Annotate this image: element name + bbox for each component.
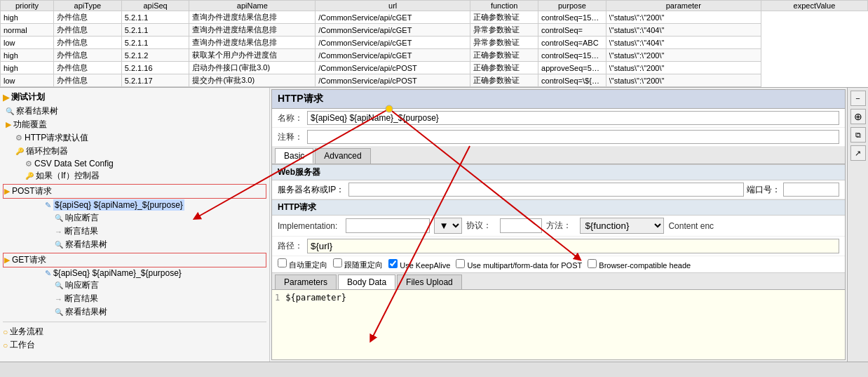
external-button[interactable]: ↗ [850,145,866,161]
tree-item[interactable]: 🔍响应断言 [3,279,266,292]
checkbox-browser-compat[interactable]: Browser-compatible heade [588,259,691,270]
http-request-panel: HTTP请求 名称： 注释： [271,89,846,360]
table-row: low办件信息5.2.1.17提交办件(审批3.0)/CommonService… [1,74,868,87]
tree-item[interactable]: →断言结果 [3,292,266,305]
name-input[interactable] [307,111,839,125]
protocol-input[interactable] [500,218,542,233]
tree-item[interactable]: 🔍响应断言 [3,211,266,225]
search-icon: 🔍 [55,308,63,316]
folder-icon: ▶ [4,187,10,196]
body-text: ${parameter} [285,293,346,357]
tree-item[interactable]: →断言结果 [3,225,266,238]
path-input[interactable] [307,239,839,253]
server-input[interactable] [348,183,744,197]
server-label: 服务器名称或IP： [278,184,344,196]
folder-icon-biz: ○ [3,327,8,337]
checkbox-redirect[interactable]: 自动重定向 [278,258,327,270]
tree-workbench[interactable]: ○ 工作台 [3,338,266,352]
body-content-area[interactable]: 1 ${parameter} [272,290,845,359]
col-header-c: apiSeq [121,1,189,11]
search-icon: 🔍 [55,214,63,222]
zoom-in-button[interactable]: ⊕ [850,109,866,124]
key-icon: 🔑 [25,172,34,180]
http-request-section-header: HTTP请求 [272,199,845,216]
table-row: normal办件信息5.2.1.1查询办件进度结果信息排/CommonServi… [1,24,868,37]
content-enc-label: Content enc [668,221,714,231]
tree-item[interactable]: 🔍察看结果树 [3,305,266,319]
tree-item[interactable]: 🔍察看结果树 [3,105,266,118]
tree-item[interactable]: ▶POST请求 [3,184,266,199]
folder-icon-work: ○ [3,340,8,350]
tree-item[interactable]: 🔑如果（If）控制器 [3,169,266,183]
key-icon: 🔑 [15,147,24,155]
test-tree-panel: ▶ 测试计划 🔍察看结果树▶功能覆盖⚙HTTP请求默认值🔑循环控制器⚙CSV D… [0,88,270,362]
copy-button[interactable]: ⧉ [850,127,866,143]
col-header-b: apiType [54,1,122,11]
tree-item[interactable]: ✎${apiSeq} ${apiName}_${purpose} [3,199,266,211]
gear-icon: ⚙ [25,159,32,168]
comment-input[interactable] [307,130,839,144]
tab-advanced[interactable]: Advanced [315,148,370,164]
col-header-e: url [316,1,470,11]
folder-icon: ▶ [6,120,11,129]
redirect-checkbox[interactable] [278,258,287,267]
search-icon: 🔍 [6,107,14,115]
name-label: 名称： [278,112,303,124]
line-number: 1 [275,293,280,357]
multipart-checkbox[interactable] [456,259,465,268]
arrow-icon: → [55,295,62,303]
collapse-button[interactable]: − [850,91,866,106]
col-header-h: parameter [606,1,761,11]
pencil-icon: ✎ [45,269,51,278]
col-header-i: expectValue [761,1,867,11]
search-icon: 🔍 [55,282,63,289]
server-row: 服务器名称或IP： 端口号： [272,180,845,199]
method-label: 方法： [546,220,571,232]
pencil-icon: ✎ [45,201,51,210]
tree-item[interactable]: ▶功能覆盖 [3,118,266,131]
col-header-a: priority [1,1,54,11]
options-row: 自动重定向 跟随重定向 Use KeepAlive Use multipart/… [272,256,845,273]
search-icon: 🔍 [55,241,63,249]
method-select[interactable]: ${function} [580,218,664,234]
col-header-d: apiName [189,1,316,11]
checkbox-multipart[interactable]: Use multipart/form-data for POST [456,259,582,270]
status-bar [0,362,868,377]
bottom-tab-bar: Parameters Body Data Files Upload [272,273,845,290]
table-row: low办件信息5.2.1.1查询办件进度结果信息排/CommonService/… [1,37,868,49]
keepalive-checkbox[interactable] [388,259,398,268]
tree-business-flow[interactable]: ○ 业务流程 [3,325,266,338]
follow-redirect-checkbox[interactable] [333,258,342,267]
table-row: high办件信息5.2.1.1查询办件进度结果信息排/CommonService… [1,11,868,24]
tree-item[interactable]: ✎${apiSeq} ${apiName}_${purpose} [3,267,266,279]
checkbox-keepalive[interactable]: Use KeepAlive [388,259,450,270]
table-row: high办件信息5.2.1.16启动办件接口(审批3.0)/CommonServ… [1,62,868,74]
checkbox-follow-redirect[interactable]: 跟随重定向 [333,258,383,270]
impl-select[interactable]: ▼ [434,218,462,234]
col-header-g: purpose [538,1,606,11]
table-row: high办件信息5.2.1.2获取某个用户办件进度信/CommonService… [1,49,868,62]
tree-item[interactable]: ⚙HTTP请求默认值 [3,131,266,145]
browser-compat-checkbox[interactable] [588,259,597,268]
col-header-f: function [470,1,538,11]
path-label: 路径： [278,240,303,252]
spreadsheet-section: priority apiType apiSeq apiName url func… [0,0,868,88]
tab-files-upload[interactable]: Files Upload [397,275,462,289]
protocol-label: 协议： [466,220,491,232]
impl-input[interactable] [346,218,430,233]
tab-parameters[interactable]: Parameters [275,275,337,289]
impl-label: Implementation: [278,221,337,231]
tree-item[interactable]: ⚙CSV Data Set Config [3,158,266,169]
tree-root[interactable]: ▶ 测试计划 [3,91,266,105]
tree-item[interactable]: 🔑循环控制器 [3,145,266,158]
tab-basic[interactable]: Basic [275,148,313,164]
port-input[interactable] [783,183,839,197]
tab-bar: Basic Advanced [272,147,845,164]
tree-item[interactable]: ▶GET请求 [3,253,266,267]
comment-label: 注释： [278,131,303,143]
folder-icon: ▶ [3,93,9,102]
tab-body-data[interactable]: Body Data [338,275,395,289]
tree-item[interactable]: 🔍察看结果树 [3,238,266,251]
folder-icon: ▶ [4,256,10,265]
web-server-section-header: Web服务器 [272,164,845,180]
